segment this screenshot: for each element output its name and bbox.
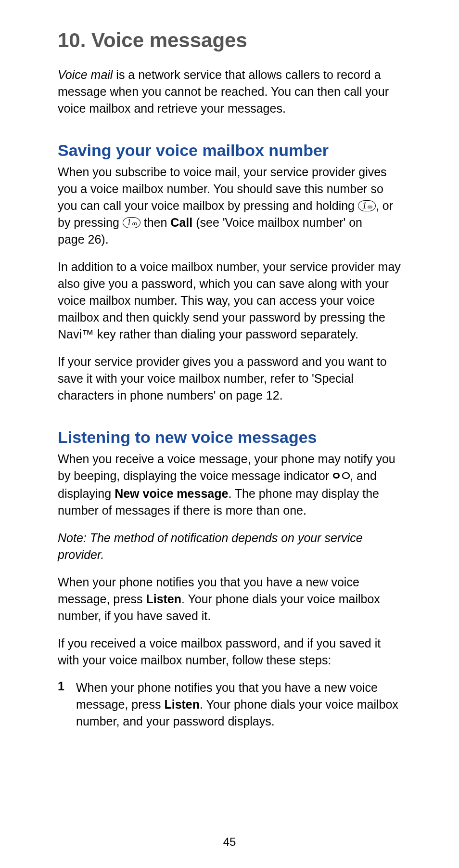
step-text: When your phone notifies you that you ha… bbox=[76, 679, 401, 730]
saving-paragraph-2: In addition to a voice mailbox number, y… bbox=[58, 259, 401, 343]
listening-paragraph-3: If you received a voice mailbox password… bbox=[58, 635, 401, 669]
intro-lead-italic: Voice mail bbox=[58, 68, 113, 81]
saving-paragraph-1: When you subscribe to voice mail, your s… bbox=[58, 164, 401, 248]
page-number: 45 bbox=[0, 835, 459, 849]
voicemail-indicator-icon bbox=[332, 467, 350, 484]
section-heading-listening: Listening to new voice messages bbox=[58, 428, 401, 447]
saving-paragraph-3: If your service provider gives you a pas… bbox=[58, 353, 401, 404]
svg-rect-2 bbox=[343, 473, 349, 479]
steps-list: 1 When your phone notifies you that you … bbox=[58, 679, 401, 730]
listen-bold: Listen bbox=[146, 592, 181, 606]
step-number: 1 bbox=[58, 679, 76, 730]
svg-rect-1 bbox=[334, 474, 338, 477]
listening-paragraph-1: When you receive a voice message, your p… bbox=[58, 451, 401, 519]
listen-bold: Listen bbox=[164, 698, 200, 711]
intro-paragraph: Voice mail is a network service that all… bbox=[58, 66, 401, 117]
listening-note: Note: The method of notification depends… bbox=[58, 530, 401, 563]
key-1-voicemail-icon: 1oo bbox=[123, 217, 140, 229]
section-heading-saving: Saving your voice mailbox number bbox=[58, 141, 401, 160]
listening-paragraph-2: When your phone notifies you that you ha… bbox=[58, 574, 401, 624]
step-item-1: 1 When your phone notifies you that you … bbox=[58, 679, 401, 730]
new-voice-message-bold: New voice message bbox=[115, 487, 228, 500]
key-1-voicemail-icon: 1oo bbox=[358, 200, 376, 212]
call-bold: Call bbox=[170, 216, 192, 229]
chapter-title: 10. Voice messages bbox=[58, 29, 401, 52]
